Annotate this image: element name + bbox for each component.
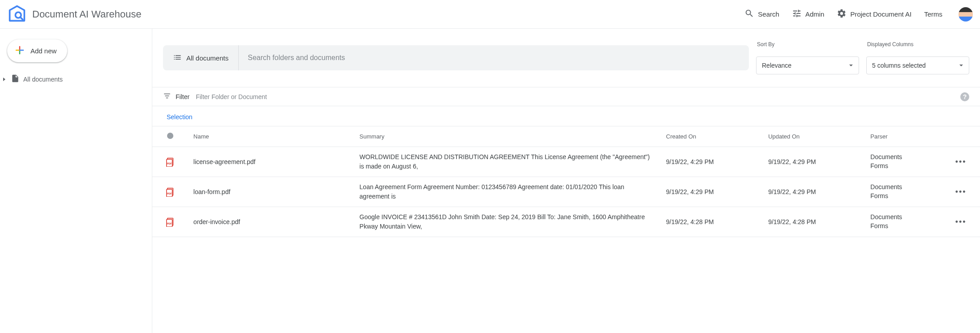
row-parser: Documents Forms [865,177,941,207]
sort-by-select[interactable]: Relevance [756,56,859,74]
project-action[interactable]: Project Document AI [837,9,911,20]
row-name-cell: order-invoice.pdf [188,207,354,237]
sort-by-field: Sort By Relevance [756,41,859,74]
row-pdf-icon-cell: PDF [152,207,188,237]
documents-table: Name Summary Created On Updated On Parse… [152,126,980,237]
filter-label-group: Filter [163,92,189,101]
row-name: license-agreement.pdf [193,158,256,165]
sort-by-label: Sort By [756,41,859,48]
more-icon[interactable]: ••• [955,157,967,166]
chevron-down-icon [959,62,963,69]
row-name-cell: loan-form.pdf [188,177,354,207]
row-actions: ••• [941,177,980,207]
header-parser[interactable]: Parser [865,126,941,147]
table-row[interactable]: PDF order-invoice.pdf Google INVOICE # 2… [152,207,980,237]
more-icon[interactable]: ••• [955,187,967,196]
row-parser: Documents Forms [865,147,941,177]
chevron-down-icon [849,62,853,69]
document-icon [11,74,20,84]
svg-text:PDF: PDF [167,222,172,225]
row-created: 9/19/22, 4:29 PM [661,147,763,177]
list-icon [173,53,182,63]
row-summary-cell: Loan Agreement Form Agreement Number: 01… [354,177,661,207]
row-updated: 9/19/22, 4:28 PM [763,207,865,237]
search-action[interactable]: Search [744,9,779,20]
row-updated: 9/19/22, 4:29 PM [763,147,865,177]
filter-input[interactable] [196,93,954,100]
avatar[interactable] [959,7,973,22]
app-header: Document AI Warehouse Search Admin Proje… [0,0,980,29]
sidebar-item-label: All documents [23,76,63,83]
columns-value: 5 columns selected [872,62,926,69]
header-name[interactable]: Name [188,126,354,147]
pdf-icon: PDF [165,187,175,197]
app-title: Document AI Warehouse [32,9,142,20]
row-name: order-invoice.pdf [193,218,240,225]
table-row[interactable]: PDF loan-form.pdf Loan Agreement Form Ag… [152,177,980,207]
row-created: 9/19/22, 4:28 PM [661,207,763,237]
svg-text:PDF: PDF [167,192,172,195]
sidebar: Add new All documents [0,29,152,333]
filter-bar: Filter ? [152,87,980,106]
row-summary-cell: WORLDWIDE LICENSE AND DISTRIBUTION AGREE… [354,147,661,177]
more-icon[interactable]: ••• [955,217,967,226]
search-icon [744,9,754,20]
row-summary: WORLDWIDE LICENSE AND DISTRIBUTION AGREE… [360,152,655,171]
table-header-row: Name Summary Created On Updated On Parse… [152,126,980,147]
row-name-cell: license-agreement.pdf [188,147,354,177]
circle-icon [167,133,173,139]
row-actions: ••• [941,147,980,177]
gear-icon [837,9,847,20]
tabs: Selection [152,106,980,126]
warehouse-logo-icon [7,4,27,24]
tune-icon [792,9,802,20]
add-new-label: Add new [30,47,56,55]
header-updated[interactable]: Updated On [763,126,865,147]
row-parser: Documents Forms [865,207,941,237]
pdf-icon: PDF [165,217,175,227]
project-label: Project Document AI [850,10,911,18]
header-summary[interactable]: Summary [354,126,661,147]
terms-label: Terms [924,10,942,18]
pdf-icon: PDF [165,157,175,167]
row-name: loan-form.pdf [193,188,230,195]
row-summary-cell: Google INVOICE # 23413561D John Smith Da… [354,207,661,237]
row-updated: 9/19/22, 4:29 PM [763,177,865,207]
row-summary: Google INVOICE # 23413561D John Smith Da… [360,212,655,231]
sort-by-value: Relevance [762,62,791,69]
row-actions: ••• [941,207,980,237]
filter-icon [163,92,171,101]
columns-select[interactable]: 5 columns selected [866,56,969,74]
main-content: All documents Sort By Relevance Displaye… [152,29,980,333]
columns-label: Displayed Columns [866,41,969,48]
add-new-button[interactable]: Add new [7,39,67,62]
header-actions: Search Admin Project Document AI Terms [744,7,973,22]
admin-label: Admin [805,10,825,18]
row-summary: Loan Agreement Form Agreement Number: 01… [360,182,655,201]
filter-label: Filter [176,93,189,100]
header-select-all[interactable] [152,126,188,147]
svg-line-1 [20,17,22,19]
chevron-right-icon [2,77,7,82]
table-row[interactable]: PDF license-agreement.pdf WORLDWIDE LICE… [152,147,980,177]
scope-chip[interactable]: All documents [163,45,239,70]
tab-selection[interactable]: Selection [167,113,193,126]
search-group: All documents [163,45,749,70]
controls-row: All documents Sort By Relevance Displaye… [152,29,980,87]
terms-link[interactable]: Terms [924,10,942,18]
header-actions [941,126,980,147]
help-icon[interactable]: ? [960,92,969,101]
app-logo: Document AI Warehouse [7,4,142,24]
search-label: Search [758,10,779,18]
sidebar-item-all-documents[interactable]: All documents [0,71,152,87]
row-created: 9/19/22, 4:29 PM [661,177,763,207]
admin-action[interactable]: Admin [792,9,825,20]
svg-text:PDF: PDF [167,162,172,165]
row-pdf-icon-cell: PDF [152,177,188,207]
row-pdf-icon-cell: PDF [152,147,188,177]
plus-icon [14,45,25,57]
search-input[interactable] [239,45,749,70]
header-created[interactable]: Created On [661,126,763,147]
columns-field: Displayed Columns 5 columns selected [866,41,969,74]
scope-chip-label: All documents [186,54,228,62]
